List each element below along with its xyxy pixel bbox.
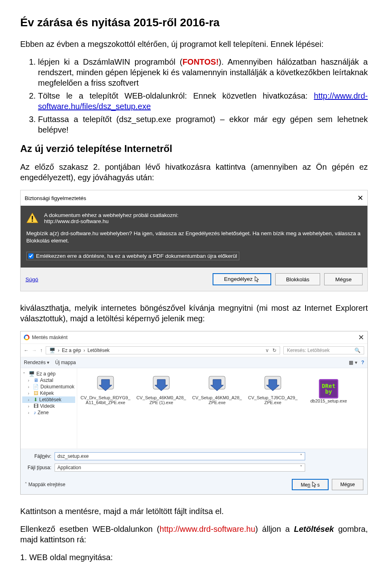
list-item: Töltse le a telepítőt WEB-oldalunkról: E…	[38, 91, 368, 112]
folder-icon: 📄	[33, 384, 39, 390]
list-item: lépjen ki a DszámlaWIN programból (FONTO…	[38, 57, 368, 88]
intro-paragraph: Ebben az évben a megszokottól eltérően, …	[20, 39, 368, 49]
close-icon[interactable]: ✕	[357, 194, 363, 202]
list-item: Futtassa a telepítőt (dsz_setup.exe prog…	[38, 114, 368, 135]
important-text: FONTOS!	[182, 57, 219, 66]
pc-icon: 🖥️	[49, 348, 55, 353]
file-item[interactable]: CV_Drv_Setup_RDYG9_A11_64bit_ZPE.exe	[80, 373, 131, 405]
block-button[interactable]: Blokkolás	[275, 273, 321, 285]
security-warning-dialog: Biztonsági figyelmeztetés ✕ A dokumentum…	[20, 190, 368, 291]
save-button[interactable]: Men s	[292, 479, 329, 490]
dialog-title: Biztonsági figyelmeztetés	[25, 195, 86, 201]
music-icon: ♪	[34, 410, 36, 415]
filename-label: Fájlnév:	[25, 453, 51, 459]
chevron-down-icon[interactable]: ˅	[300, 465, 302, 470]
paragraph: kiválaszthatja, melyik internetes böngés…	[20, 303, 368, 324]
svg-rect-1	[32, 216, 33, 219]
cancel-button[interactable]: Mégse	[324, 273, 363, 285]
folder-tree[interactable]: ˅🖥️Ez a gép ›🖥Asztal ›📄Dokumentumok ›🖼Ké…	[21, 368, 77, 449]
desktop-icon: 🖥	[34, 377, 38, 383]
filetype-label: Fájl típusa:	[25, 465, 51, 470]
warning-text-line2: Megbízik a(z) drd-software.hu webhelyben…	[26, 230, 362, 244]
file-item[interactable]: DRetby db2015_setup.exe	[304, 373, 354, 403]
up-icon[interactable]: ↑	[40, 348, 42, 353]
filetype-select[interactable]: Application ˅	[55, 464, 305, 472]
section-heading: Az új verzió telepítése Internetről	[20, 143, 368, 154]
file-list[interactable]: CV_Drv_Setup_RDYG9_A11_64bit_ZPE.exe CV_…	[77, 368, 367, 449]
remember-checkbox-input[interactable]	[28, 253, 34, 259]
installer-icon	[136, 373, 186, 395]
cursor-icon	[312, 481, 317, 488]
cursor-icon	[254, 276, 260, 282]
chrome-icon	[24, 335, 30, 340]
page-title: Év zárása és nyitása 2015-ről 2016-ra	[20, 16, 368, 29]
back-icon[interactable]: ←	[24, 348, 29, 353]
save-as-dialog: Mentés másként ✕ ← → ↑ 🖥️ › Ez a gép › L…	[20, 331, 368, 495]
paragraph: Az előző szakasz 2. pontjában lévő hivat…	[20, 162, 368, 183]
url-text: http://www.drd-software.hu	[160, 525, 255, 533]
paragraph: Ellenkező esetben WEB-oldalunkon (http:/…	[20, 524, 368, 545]
warning-icon	[26, 212, 38, 223]
close-icon[interactable]: ✕	[358, 333, 364, 342]
forward-icon[interactable]: →	[32, 348, 37, 353]
hide-folders-button[interactable]: ˄ Mappák elrejtése	[25, 482, 65, 487]
installer-icon	[192, 373, 242, 395]
pc-icon: 🖥️	[29, 371, 35, 377]
installer-icon	[80, 373, 131, 395]
filename-input[interactable]: dsz_setup.exe ˅	[55, 452, 305, 460]
warning-url: http://www.drd-software.hu	[44, 218, 178, 224]
remember-checkbox[interactable]: Emlékezzen erre a döntésre, ha ez a webh…	[26, 252, 239, 260]
cancel-button[interactable]: Mégse	[332, 479, 363, 490]
paragraph: 1. WEB oldal megnyitása:	[20, 552, 368, 563]
view-icon[interactable]: ▦ ▾	[349, 360, 357, 365]
search-icon: 🔍	[354, 348, 361, 353]
pictures-icon: 🖼	[34, 390, 38, 396]
warning-text-line1: A dokumentum ehhez a webhelyhez próbál c…	[44, 212, 178, 218]
allow-button[interactable]: Engedélyez	[213, 273, 271, 285]
videos-icon: 🎞	[34, 403, 38, 409]
breadcrumb[interactable]: 🖥️ › Ez a gép › Letöltések v ↻	[46, 346, 280, 354]
search-input[interactable]: Keresés: Letöltések 🔍	[283, 346, 364, 354]
chevron-down-icon[interactable]: ˅	[300, 453, 302, 459]
dialog-title: Mentés másként	[32, 335, 67, 340]
file-item[interactable]: CV_Setup_46KM0_A28_ZPE.exe	[192, 373, 242, 405]
file-item[interactable]: CV_Setup_TJ9CD_A29_ZPE.exe	[248, 373, 298, 405]
help-link[interactable]: Súgó	[25, 276, 38, 282]
svg-rect-2	[32, 221, 33, 222]
new-folder-button[interactable]: Új mappa	[55, 360, 76, 365]
file-item[interactable]: CV_Setup_46KM0_A28_ZPE (1).exe	[136, 373, 186, 405]
downloads-icon: ⬇	[34, 397, 38, 403]
help-icon[interactable]: ?	[361, 360, 364, 365]
paragraph: Kattintson a mentésre, majd a már letölt…	[20, 506, 368, 516]
installer-icon: DRetby	[304, 373, 354, 398]
sort-button[interactable]: Rendezés ▾	[24, 360, 49, 365]
steps-list: lépjen ki a DszámlaWIN programból (FONTO…	[30, 57, 368, 135]
installer-icon	[248, 373, 298, 395]
